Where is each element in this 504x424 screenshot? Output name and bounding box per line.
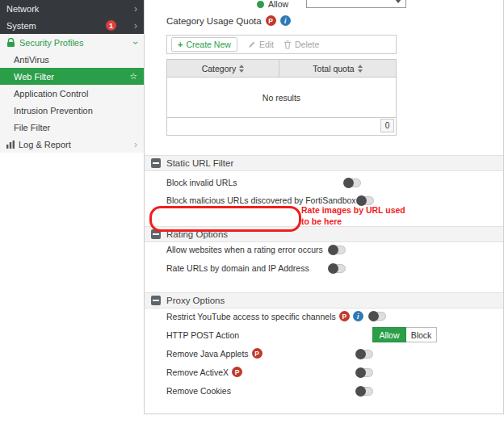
sidebar-item-file-filter[interactable]: File Filter [0, 119, 144, 136]
toggle-knob [355, 386, 366, 397]
button-label: Create New [186, 40, 230, 49]
http-post-allow-button[interactable]: Allow [372, 327, 406, 342]
setting-label-group: Restrict YouTube access to specific chan… [166, 311, 386, 321]
chevron-right-icon: › [134, 140, 137, 149]
sort-icon [239, 65, 244, 73]
setting-label: Block malicious URLs discovered by Forti… [166, 195, 356, 205]
chevron-right-icon: › [134, 4, 137, 14]
info-icon[interactable]: i [353, 311, 363, 321]
info-icon[interactable]: i [280, 15, 291, 26]
setting-label: Remove ActiveX [166, 367, 229, 377]
sidebar-item-label: System [6, 21, 36, 31]
setting-row: Remove Java Applets P [145, 348, 503, 361]
sidebar-item-label: Log & Report [19, 140, 71, 149]
button-label: Delete [295, 40, 319, 49]
sidebar-item-system[interactable]: System 1 › [0, 17, 144, 34]
setting-row: Block malicious URLs discovered by Forti… [145, 195, 503, 208]
section-title: Rating Options [166, 229, 228, 239]
section-header-static-url-filter[interactable]: Static URL Filter [145, 155, 503, 171]
setting-row: Remove ActiveX P [145, 367, 503, 380]
annotation-text: Rate images by URL used to be here [301, 204, 405, 227]
result-count: 0 [380, 119, 394, 132]
bar-chart-icon [6, 141, 15, 149]
allow-on-rating-error-toggle[interactable] [329, 246, 346, 254]
edit-button[interactable]: Edit [247, 40, 274, 49]
quota-table: Category Total quota No results 0 [166, 59, 397, 136]
sidebar-section-label: Security Profiles [19, 38, 83, 48]
remove-java-applets-toggle[interactable] [356, 350, 373, 359]
sidebar-item-intrusion-prevention[interactable]: Intrusion Prevention [0, 102, 144, 119]
pencil-icon [247, 40, 256, 49]
block-malicious-urls-toggle[interactable] [357, 196, 374, 205]
setting-label: Rate URLs by domain and IP Address [166, 263, 309, 273]
sidebar-item-log-report[interactable]: Log & Report › [0, 136, 144, 153]
quota-toolbar: + Create New Edit Delete [166, 35, 397, 54]
trash-icon [284, 40, 292, 49]
premium-badge-icon: P [339, 311, 350, 321]
section-header-rating-options[interactable]: Rating Options [145, 226, 503, 242]
collapse-icon[interactable] [151, 229, 161, 239]
collapse-icon[interactable] [151, 158, 161, 168]
plus-icon: + [178, 40, 183, 49]
toggle-knob [355, 367, 366, 378]
toggle-knob [355, 349, 366, 359]
remove-activex-toggle[interactable] [356, 368, 373, 377]
star-icon: ☆ [129, 72, 137, 81]
sidebar-item-network[interactable]: Network › [0, 0, 144, 17]
sidebar-item-web-filter[interactable]: Web Filter ☆ [0, 68, 144, 85]
sidebar-item-application-control[interactable]: Application Control [0, 85, 144, 102]
remove-cookies-toggle[interactable] [356, 387, 373, 396]
setting-label: Remove Java Applets [166, 349, 249, 359]
setting-row: Remove Cookies [145, 385, 503, 398]
create-new-button[interactable]: + Create New [171, 37, 237, 52]
status-label: Allow [268, 0, 288, 9]
sidebar-item-antivirus[interactable]: AntiVirus [0, 51, 144, 68]
setting-label: Restrict YouTube access to specific chan… [166, 312, 336, 321]
setting-label-group: Remove ActiveX P [166, 367, 242, 377]
premium-badge-icon: P [252, 348, 262, 359]
premium-badge-icon: P [266, 15, 276, 26]
column-label: Total quota [313, 64, 354, 73]
web-filter-settings-panel: Allow Category Usage Quota P i + Create … [144, 0, 504, 414]
column-header-category[interactable]: Category [167, 60, 279, 77]
setting-row: Block invalid URLs [145, 177, 503, 190]
sidebar-item-security-profiles[interactable]: Security Profiles › [0, 34, 144, 51]
setting-label: Remove Cookies [166, 386, 231, 396]
table-empty-state: No results [167, 78, 396, 117]
top-dropdown-select[interactable] [306, 0, 406, 8]
sort-icon [358, 65, 363, 73]
setting-row: Rate URLs by domain and IP Address [145, 262, 503, 275]
empty-text: No results [262, 93, 300, 103]
button-label: Edit [259, 40, 274, 49]
http-post-action-segmented-control: Allow Block [372, 327, 437, 342]
rate-urls-by-domain-ip-toggle[interactable] [329, 264, 346, 273]
chevron-down-icon: › [131, 41, 141, 44]
delete-button[interactable]: Delete [284, 40, 319, 49]
heading-label: Category Usage Quota [166, 16, 262, 26]
chevron-right-icon: › [134, 21, 137, 31]
lock-icon [6, 38, 15, 48]
sidebar-item-label: Application Control [14, 89, 88, 99]
sidebar: Network › System 1 › Security Profiles ›… [0, 0, 144, 424]
setting-label: Block invalid URLs [166, 178, 237, 187]
setting-label-group: Remove Java Applets P [166, 348, 262, 359]
sidebar-item-label: Web Filter [14, 72, 54, 82]
category-usage-quota-heading: Category Usage Quota P i [166, 15, 291, 26]
section-header-proxy-options[interactable]: Proxy Options [145, 292, 503, 309]
collapse-icon[interactable] [151, 296, 161, 305]
column-header-total-quota[interactable]: Total quota [279, 60, 396, 77]
setting-row: Restrict YouTube access to specific chan… [145, 311, 503, 324]
sidebar-item-label: AntiVirus [14, 55, 49, 65]
setting-row: Allow websites when a rating error occur… [145, 244, 503, 257]
block-invalid-urls-toggle[interactable] [344, 178, 361, 187]
toggle-knob [368, 311, 379, 321]
restrict-youtube-toggle[interactable] [369, 312, 386, 321]
sidebar-item-label: Network [6, 4, 39, 14]
toggle-knob [328, 263, 338, 274]
table-header: Category Total quota [167, 60, 396, 78]
http-post-block-button[interactable]: Block [406, 327, 437, 342]
setting-label: HTTP POST Action [166, 330, 239, 340]
section-title: Proxy Options [166, 296, 225, 305]
toggle-knob [356, 195, 367, 206]
toggle-knob [328, 245, 338, 255]
